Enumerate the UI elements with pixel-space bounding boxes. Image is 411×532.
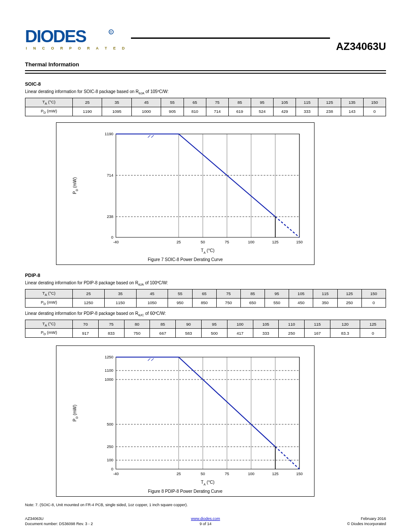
svg-text:DIODES: DIODES bbox=[25, 27, 87, 46]
svg-text:TA (°C): TA (°C) bbox=[201, 480, 214, 486]
subhead-pdip8: PDIP-8 bbox=[25, 273, 386, 278]
svg-text:50: 50 bbox=[201, 240, 205, 244]
divider bbox=[25, 73, 386, 74]
svg-text:⸝⸝: ⸝⸝ bbox=[147, 130, 154, 138]
figure7-caption: Figure 7 SOIC-8 Power Derating Curve bbox=[64, 257, 306, 262]
svg-text:714: 714 bbox=[107, 173, 113, 177]
svg-text:100: 100 bbox=[248, 472, 254, 476]
svg-text:-40: -40 bbox=[113, 472, 118, 476]
svg-text:1190: 1190 bbox=[105, 132, 113, 136]
part-number: AZ34063U bbox=[336, 40, 386, 53]
pdip8-intro-b: Linear derating information for PDIP-8 p… bbox=[25, 311, 386, 317]
divider bbox=[25, 70, 386, 71]
footer-copyright: © Diodes Incorporated bbox=[347, 522, 386, 526]
svg-text:TA (°C): TA (°C) bbox=[201, 248, 214, 254]
svg-text:0: 0 bbox=[111, 467, 113, 471]
svg-rect-29 bbox=[116, 357, 299, 469]
note-7: Note: 7. (SOIC-8, Unit mounted on FR-4 P… bbox=[25, 503, 386, 507]
table-pdip8-b: TA (°C)707580859095100105110115120125PD … bbox=[25, 320, 386, 338]
svg-text:⸝⸝: ⸝⸝ bbox=[147, 353, 154, 361]
table-soic8: TA (°C)2535455565758595105115125135150PD… bbox=[25, 98, 386, 116]
svg-text:PD (mW): PD (mW) bbox=[72, 177, 78, 194]
svg-text:100: 100 bbox=[107, 458, 113, 463]
section-title: Thermal Information bbox=[25, 61, 386, 68]
svg-text:125: 125 bbox=[272, 472, 278, 476]
pdip8-intro-a: Linear derating information for PDIP-8 p… bbox=[25, 280, 386, 286]
svg-text:250: 250 bbox=[107, 445, 113, 449]
svg-text:238: 238 bbox=[107, 215, 113, 219]
page-header: DIODES R I N C O R P O R A T E D AZ34063… bbox=[25, 26, 386, 53]
svg-text:50: 50 bbox=[201, 472, 205, 476]
svg-text:I N C O R P O R A T E D: I N C O R P O R A T E D bbox=[26, 46, 125, 50]
svg-text:1000: 1000 bbox=[105, 377, 113, 382]
header-rule bbox=[131, 37, 330, 39]
svg-text:75: 75 bbox=[225, 472, 229, 476]
figure-7-derating-curve: -4025507510012515002387141190⸝⸝PD (mW)TA… bbox=[56, 122, 314, 265]
svg-text:1250: 1250 bbox=[105, 355, 113, 359]
svg-text:PD (mW): PD (mW) bbox=[72, 405, 78, 422]
svg-rect-4 bbox=[116, 134, 299, 237]
svg-text:500: 500 bbox=[107, 422, 113, 426]
table-pdip8-a: TA (°C)2535455565758595105115125150PD (m… bbox=[25, 289, 386, 308]
svg-text:25: 25 bbox=[177, 472, 181, 476]
subhead-soic8: SOIC-8 bbox=[25, 81, 386, 87]
footer-page: 9 of 14 bbox=[25, 522, 386, 526]
svg-text:150: 150 bbox=[296, 472, 302, 476]
svg-text:0: 0 bbox=[111, 235, 113, 240]
svg-text:1100: 1100 bbox=[105, 369, 113, 373]
figure-8-derating-curve: -402550751001251500100250500100011001250… bbox=[56, 345, 314, 497]
soic8-intro: Linear derating information for SOIC-8 p… bbox=[25, 89, 386, 95]
svg-text:75: 75 bbox=[225, 240, 229, 244]
footer-url[interactable]: www.diodes.com bbox=[191, 516, 220, 521]
svg-text:150: 150 bbox=[296, 240, 302, 244]
company-logo: DIODES R I N C O R P O R A T E D bbox=[25, 26, 125, 53]
svg-text:25: 25 bbox=[177, 240, 181, 244]
svg-text:100: 100 bbox=[248, 240, 254, 244]
svg-text:125: 125 bbox=[272, 240, 278, 244]
footer-date: February 2016 bbox=[361, 516, 386, 521]
svg-text:-40: -40 bbox=[113, 240, 118, 244]
figure8-caption: Figure 8 PDIP-8 Power Derating Curve bbox=[64, 489, 306, 494]
svg-text:R: R bbox=[110, 31, 112, 34]
